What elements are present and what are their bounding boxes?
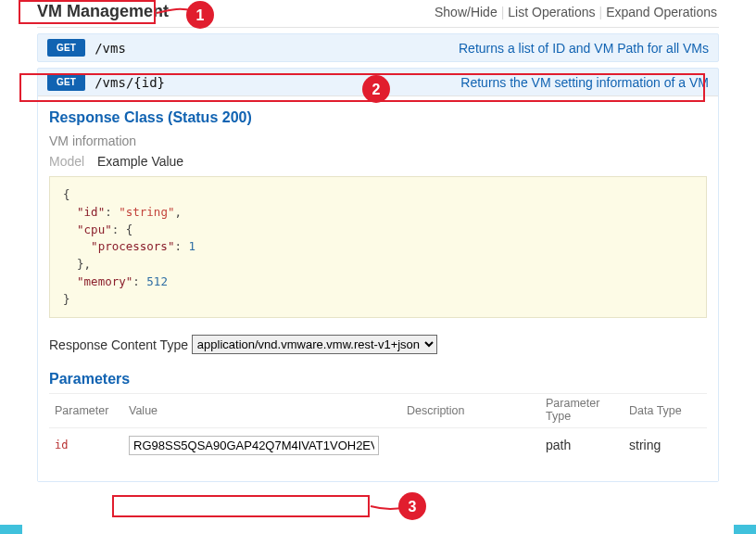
content-type-select[interactable]: application/vnd.vmware.vmw.rest-v1+json — [192, 335, 437, 354]
operation-content: Response Class (Status 200) VM informati… — [38, 95, 718, 481]
svg-point-4 — [398, 492, 426, 520]
operation-get-vms-id: GET /vms/{id} Returns the VM setting inf… — [37, 68, 719, 482]
tab-model[interactable]: Model — [49, 154, 84, 169]
param-value-cell — [123, 427, 401, 463]
separator-icon: | — [598, 5, 605, 19]
section-header: VM Management Show/Hide | List Operation… — [37, 0, 719, 28]
response-content-type-row: Response Content Type application/vnd.vm… — [49, 335, 707, 354]
table-row: idpathstring — [49, 427, 707, 463]
example-json: { "id": "string", "cpu": { "processors":… — [49, 176, 707, 318]
parameters-table: Parameter Value Description Parameter Ty… — [49, 393, 707, 463]
parameters-title: Parameters — [49, 371, 707, 388]
callout-3: 3 — [368, 490, 427, 523]
section-links: Show/Hide | List Operations | Expand Ope… — [433, 5, 719, 19]
col-description: Description — [401, 394, 540, 428]
annotation-box-3 — [112, 495, 370, 517]
response-class-title: Response Class (Status 200) — [49, 109, 707, 126]
response-tabs: Model Example Value — [49, 154, 707, 169]
list-operations-link[interactable]: List Operations — [506, 5, 597, 19]
operation-path: /vms/{id} — [94, 75, 165, 90]
api-section-vm-management: VM Management Show/Hide | List Operation… — [22, 0, 734, 525]
operation-description: Returns the VM setting information of a … — [460, 75, 709, 90]
operation-description: Returns a list of ID and VM Path for all… — [459, 41, 709, 56]
svg-text:3: 3 — [409, 499, 417, 515]
http-method-badge: GET — [47, 73, 85, 91]
separator-icon: | — [499, 5, 507, 19]
param-value-input[interactable] — [129, 436, 379, 455]
http-method-badge: GET — [47, 39, 85, 57]
response-class-subtitle: VM information — [49, 134, 707, 148]
param-description — [401, 427, 540, 463]
param-name: id — [49, 427, 123, 463]
left-accent-bar — [0, 0, 22, 525]
col-parameter-type: Parameter Type — [540, 394, 624, 428]
col-parameter: Parameter — [49, 394, 123, 428]
col-value: Value — [123, 394, 401, 428]
operations-list: GET /vms Returns a list of ID and VM Pat… — [37, 33, 719, 482]
show-hide-link[interactable]: Show/Hide — [433, 5, 499, 19]
col-data-type: Data Type — [624, 394, 707, 428]
parameters-header-row: Parameter Value Description Parameter Ty… — [49, 394, 707, 428]
operation-path: /vms — [94, 41, 126, 56]
operation-header[interactable]: GET /vms/{id} Returns the VM setting inf… — [38, 69, 718, 95]
section-title: VM Management — [37, 2, 169, 21]
expand-operations-link[interactable]: Expand Operations — [604, 5, 719, 19]
param-type: path — [540, 427, 624, 463]
operation-get-vms: GET /vms Returns a list of ID and VM Pat… — [37, 33, 719, 62]
right-accent-bar — [734, 0, 756, 525]
param-datatype: string — [624, 427, 707, 463]
tab-example-value[interactable]: Example Value — [97, 154, 183, 169]
response-content-type-label: Response Content Type — [49, 337, 188, 352]
operation-header[interactable]: GET /vms Returns a list of ID and VM Pat… — [38, 34, 718, 61]
